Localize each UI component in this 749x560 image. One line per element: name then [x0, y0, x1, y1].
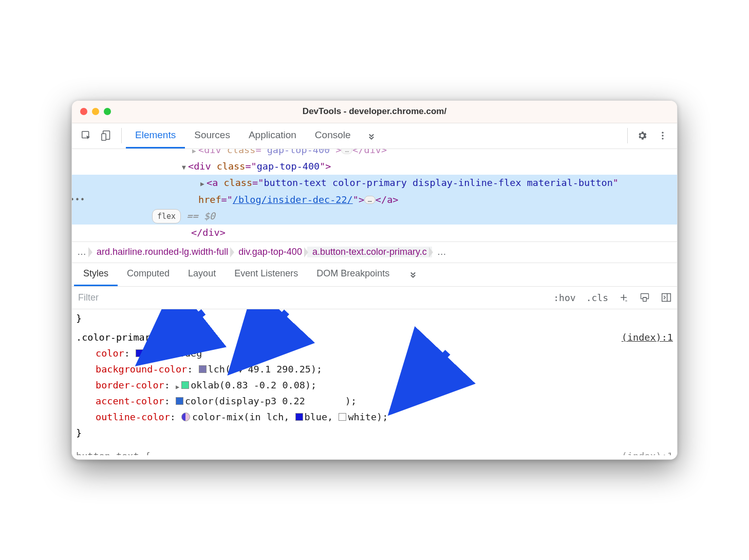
flex-badge[interactable]: flex [152, 209, 181, 223]
color-swatch-icon[interactable] [339, 413, 346, 421]
expand-triangle-icon[interactable]: ▶ [198, 178, 207, 190]
breadcrumb[interactable]: … ard.hairline.rounded-lg.width-full div… [72, 241, 677, 263]
svg-rect-7 [643, 297, 647, 302]
color-swatch-icon[interactable] [199, 365, 207, 373]
styles-filterbar: :hov .cls [72, 287, 677, 309]
gutter-ellipsis-icon[interactable]: ••• [72, 175, 83, 225]
color-swatch-icon[interactable] [295, 413, 303, 421]
styles-pane[interactable]: } .color-primary { (index):1 color: hsl(… [72, 309, 677, 460]
css-property[interactable]: outline-color: color-mix(in lch, blue, w… [76, 409, 673, 425]
breadcrumb-item[interactable]: div.gap-top-400 [233, 247, 307, 257]
kebab-menu-icon[interactable] [652, 123, 673, 148]
rule-brace: } [76, 310, 673, 326]
more-subtabs-icon[interactable] [399, 263, 427, 286]
prop-value[interactable]: oklab(0.83 -0.2 0.08); [191, 380, 316, 390]
hov-toggle[interactable]: :hov [548, 287, 581, 309]
prop-name[interactable]: outline-color [96, 412, 170, 422]
tab-sources[interactable]: Sources [185, 123, 239, 148]
prop-value[interactable]: color-mix(in lch, blue, white); [192, 412, 388, 422]
dom-node[interactable]: ▼<div class="gap-top-400"> [72, 158, 677, 175]
color-swatch-icon[interactable] [181, 381, 189, 389]
device-toolbar-icon[interactable] [97, 123, 117, 148]
tab-elements[interactable]: Elements [126, 123, 185, 148]
window-title: DevTools - developer.chrome.com/ [72, 106, 677, 117]
svg-rect-2 [102, 134, 106, 140]
styles-subtabs: Styles Computed Layout Event Listeners D… [72, 263, 677, 287]
prop-name[interactable]: accent-color [96, 396, 164, 406]
color-swatch-icon[interactable] [176, 397, 183, 405]
brace: { [156, 332, 167, 343]
selected-dom-node[interactable]: ••• ▶<a class="button-text color-primary… [72, 175, 677, 225]
tab-console[interactable]: Console [306, 123, 360, 148]
expand-triangle-icon[interactable]: ▶ [176, 382, 179, 392]
panel-tabs: Elements Sources Application Console [126, 123, 383, 148]
more-tabs-icon[interactable] [360, 123, 383, 148]
css-selector[interactable]: .color-primary [76, 332, 156, 343]
close-window-button[interactable] [80, 108, 87, 115]
ellipsis-icon[interactable]: … [364, 196, 376, 204]
console-ref: == $0 [181, 211, 215, 221]
prop-name[interactable]: background-color [96, 364, 187, 375]
subtab-styles[interactable]: Styles [74, 263, 118, 286]
rule-brace: } [76, 425, 673, 441]
css-property[interactable]: border-color: ▶oklab(0.83 -0.2 0.08); [76, 377, 673, 393]
separator [627, 128, 628, 143]
filter-input[interactable] [72, 287, 548, 309]
settings-gear-icon[interactable] [632, 123, 652, 148]
rule-header: .color-primary { (index):1 [76, 329, 673, 345]
source-link[interactable]: (index):1 [622, 448, 673, 455]
new-style-rule-icon[interactable] [613, 287, 634, 309]
dom-node[interactable]: ▶<div class="gap-top-400">…</div> [72, 149, 677, 158]
color-mix-swatch-icon[interactable] [181, 413, 190, 421]
svg-point-4 [662, 135, 663, 136]
prop-name[interactable]: border-color [96, 380, 164, 390]
css-property[interactable]: accent-color: color(display-p3 0.22 46 0… [76, 393, 673, 409]
css-property[interactable]: color: hsl(240deg 0% 50%); [76, 345, 673, 361]
breadcrumb-item[interactable]: ard.hairline.rounded-lg.width-full [91, 247, 233, 257]
minimize-window-button[interactable] [92, 108, 99, 115]
href-link[interactable]: /blog/insider-dec-22/ [233, 194, 353, 205]
svg-point-3 [662, 132, 663, 134]
css-property[interactable]: background-color: lch(54 49.1 290.25); [76, 361, 673, 377]
expand-triangle-icon[interactable]: ▶ [190, 149, 198, 157]
computed-sidebar-icon[interactable] [656, 287, 677, 309]
svg-rect-8 [662, 294, 671, 302]
separator [121, 128, 122, 143]
dom-node-close[interactable]: </div> [72, 225, 677, 241]
source-link[interactable]: (index):1 [622, 329, 673, 345]
inspect-element-icon[interactable] [76, 123, 97, 148]
prop-value[interactable]: color(display-p3 0.22 46 0.8); [185, 396, 357, 406]
subtab-event-listeners[interactable]: Event Listeners [225, 263, 307, 286]
prop-value[interactable]: lch(54 49.1 290.25); [208, 364, 323, 375]
subtab-dom-breakpoints[interactable]: DOM Breakpoints [307, 263, 399, 286]
devtools-window: DevTools - developer.chrome.com/ Element… [71, 100, 678, 460]
subtab-layout[interactable]: Layout [179, 263, 225, 286]
breadcrumb-overflow[interactable]: … [432, 247, 452, 257]
zoom-window-button[interactable] [104, 108, 111, 115]
cls-toggle[interactable]: .cls [581, 287, 613, 309]
print-media-icon[interactable] [634, 287, 656, 309]
dom-tree[interactable]: ▶<div class="gap-top-400">…</div> ▼<div … [72, 149, 677, 241]
ellipsis-icon[interactable]: … [341, 149, 352, 154]
breadcrumb-item-active[interactable]: a.button-text.color-primary.c [307, 247, 432, 257]
main-toolbar: Elements Sources Application Console [72, 123, 677, 149]
rule-header-cutoff: button-text { (index):1 [76, 448, 673, 455]
color-swatch-icon[interactable] [136, 349, 143, 357]
prop-value[interactable]: hsl(240deg 0% 50%); [145, 348, 254, 359]
collapse-triangle-icon[interactable]: ▼ [180, 162, 188, 174]
subtab-computed[interactable]: Computed [118, 263, 179, 286]
prop-name[interactable]: color [96, 348, 124, 359]
tab-application[interactable]: Application [239, 123, 306, 148]
titlebar: DevTools - developer.chrome.com/ [72, 101, 677, 123]
window-controls [80, 108, 111, 115]
svg-point-5 [662, 138, 663, 139]
